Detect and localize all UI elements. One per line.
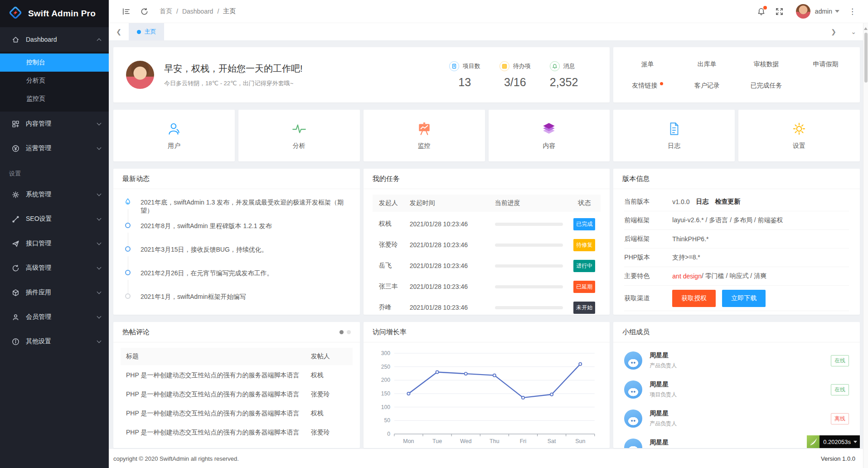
logo[interactable]: Swift Admin Pro (0, 0, 109, 27)
subitem-label: 监控页 (26, 95, 45, 103)
carousel-dot[interactable] (347, 330, 351, 334)
shortcut-logs[interactable]: 日志 (613, 110, 735, 161)
tasks-table-header: 发起人 发起时间 当前进度 状态 (373, 195, 601, 212)
fullscreen-button[interactable] (771, 0, 789, 23)
breadcrumb-home[interactable]: 首页 (160, 7, 172, 15)
timeline-item: 2021年1月，swiftAdmin框架开始编写 (124, 292, 349, 315)
highlight-feature: ant design (672, 273, 702, 280)
user-avatar[interactable] (796, 4, 810, 19)
quick-link-outbound[interactable]: 出库单 (677, 54, 737, 75)
sidebar-item-system-mgmt[interactable]: 系统管理 (0, 182, 109, 207)
carousel-dot-active[interactable] (339, 330, 344, 334)
list-item: 周星星 项目负责人 在线 (624, 375, 849, 404)
thinkphp-leaf-icon (807, 435, 820, 448)
document-icon (449, 61, 459, 71)
get-license-button[interactable]: 获取授权 (672, 290, 716, 307)
sidebar-item-api-mgmt[interactable]: 接口管理 (0, 231, 109, 256)
footer-version: Version 1.0.0 (821, 455, 855, 462)
version-value: / 零门槛 / 响应式 / 清爽 (702, 272, 766, 280)
quick-link-completed-tasks[interactable]: 已完成任务 (737, 75, 796, 96)
chart-canvas: 050100150200250300MonTueWedThuFriSatSun (367, 345, 606, 448)
post-title[interactable]: PHP 是一种创建动态交互性站点的强有力的服务器端脚本语言 (121, 429, 311, 437)
debug-trace-badge[interactable]: 0.202053s (807, 435, 860, 448)
shortcut-content[interactable]: 内容 (489, 110, 610, 161)
task-progress (495, 285, 568, 288)
tabs-scroll-right-button[interactable]: ❯ (824, 23, 844, 40)
version-label: 前端框架 (624, 216, 672, 224)
stat-todos: 待办项 3/16 (499, 61, 531, 89)
scrollbar-thumb[interactable] (864, 33, 868, 83)
shortcut-label: 用户 (168, 142, 180, 150)
sidebar-item-other-settings[interactable]: 其他设置 (0, 329, 109, 354)
sidebar-item-seo-settings[interactable]: SEO设置 (0, 207, 109, 231)
table-row: PHP 是一种创建动态交互性站点的强有力的服务器端脚本语言 张爱玲 (121, 385, 353, 404)
version-label: PHP版本 (624, 253, 672, 262)
notifications-button[interactable] (752, 0, 771, 23)
sidebar-item-label: 其他设置 (26, 337, 97, 346)
chevron-up-icon (97, 38, 102, 43)
user-menu[interactable]: admin (815, 8, 839, 15)
svg-text:50: 50 (384, 417, 390, 424)
post-title[interactable]: PHP 是一种创建动态交互性站点的强有力的服务器端脚本语言 (121, 371, 311, 380)
sidebar-item-dashboard[interactable]: Dashboard (0, 27, 109, 52)
timeline-text: 2021年底，swiftAdmin 1.3 发布，并发展成最受欢迎的极速开发框架… (141, 198, 349, 215)
svg-text:150: 150 (381, 390, 390, 397)
status-badge: 在线 (831, 384, 849, 395)
chevron-down-icon (97, 241, 102, 245)
check-update-link[interactable]: 检查更新 (715, 198, 740, 206)
list-item: 周星星 产品负责人 离线 (624, 404, 849, 433)
chevron-down-icon (97, 314, 102, 319)
sidebar-item-plugins[interactable]: 插件应用 (0, 280, 109, 305)
topbar: 首页 / Dashboard / 主页 admin ⋮ (109, 0, 868, 23)
member-role: 项目负责人 (650, 391, 677, 399)
breadcrumb-dashboard[interactable]: Dashboard (182, 8, 213, 15)
more-menu-button[interactable]: ⋮ (845, 7, 860, 16)
shortcut-label: 日志 (668, 142, 680, 150)
collapse-sidebar-button[interactable] (117, 0, 135, 23)
version-row: 后端框架 ThinkPHP6.* (624, 230, 849, 249)
topbar-right: admin ⋮ (752, 0, 860, 23)
post-author: 张爱玲 (311, 429, 353, 437)
shortcut-analysis[interactable]: 分析 (238, 110, 360, 161)
sidebar-item-members[interactable]: 会员管理 (0, 305, 109, 329)
quick-link-leave-request[interactable]: 申请假期 (796, 54, 855, 75)
download-now-button[interactable]: 立即下载 (722, 290, 766, 307)
version-value: 支持>=8.* (672, 253, 700, 262)
hot-posts-table-header: 标题 发帖人 (121, 348, 353, 365)
quick-link-friend-links[interactable]: 友情链接 (618, 75, 677, 96)
post-title[interactable]: PHP 是一种创建动态交互性站点的强有力的服务器端脚本语言 (121, 448, 311, 448)
shortcut-users[interactable]: 用户 (113, 110, 235, 161)
tab-home[interactable]: 主页 (129, 23, 164, 40)
column-header: 标题 (121, 352, 311, 361)
changelog-link[interactable]: 日志 (696, 198, 708, 206)
tabs-scroll-left-button[interactable]: ❮ (109, 23, 129, 40)
quick-link-customer-records[interactable]: 客户记录 (677, 75, 737, 96)
post-title[interactable]: PHP 是一种创建动态交互性站点的强有力的服务器端脚本语言 (121, 410, 311, 418)
tab-active-dot (137, 30, 141, 34)
scrollbar-up-arrow[interactable] (864, 25, 868, 30)
quick-link-dispatch[interactable]: 派单 (618, 54, 677, 75)
sidebar-item-operations-mgmt[interactable]: 运营管理 (0, 136, 109, 161)
column-header: 发起人 (373, 199, 410, 207)
shortcut-monitor[interactable]: 监控 (364, 110, 485, 161)
task-time: 2021/01/28 10:23:46 (410, 283, 495, 290)
status-badge: 已延期 (573, 281, 595, 293)
sidebar-subitem-analysis[interactable]: 分析页 (0, 72, 109, 90)
stat-label: 消息 (563, 62, 575, 70)
sidebar-item-advanced-mgmt[interactable]: 高级管理 (0, 256, 109, 280)
vertical-scrollbar[interactable] (863, 23, 868, 468)
tab-bar: ❮ 主页 ❯ ⌄ (109, 23, 868, 41)
tabs-dropdown-button[interactable]: ⌄ (844, 23, 863, 40)
quick-link-audit-data[interactable]: 审核数据 (737, 54, 796, 75)
shortcut-settings[interactable]: 设置 (738, 110, 860, 161)
sidebar-subitem-monitor[interactable]: 监控页 (0, 90, 109, 108)
post-title[interactable]: PHP 是一种创建动态交互性站点的强有力的服务器端脚本语言 (121, 390, 311, 399)
table-row: PHP 是一种创建动态交互性站点的强有力的服务器端脚本语言 权栈 (121, 442, 353, 448)
task-initiator: 乔峰 (373, 303, 410, 312)
copyright-text: copyright © 2020 SwiftAdmin all rights r… (113, 455, 239, 462)
sidebar-subitem-console[interactable]: 控制台 (0, 54, 109, 72)
sidebar-item-content-mgmt[interactable]: 内容管理 (0, 112, 109, 136)
news-card-title: 最新动态 (113, 169, 360, 189)
refresh-button[interactable] (135, 0, 153, 23)
version-row: 获取渠道 获取授权 立即下载 (624, 286, 849, 311)
